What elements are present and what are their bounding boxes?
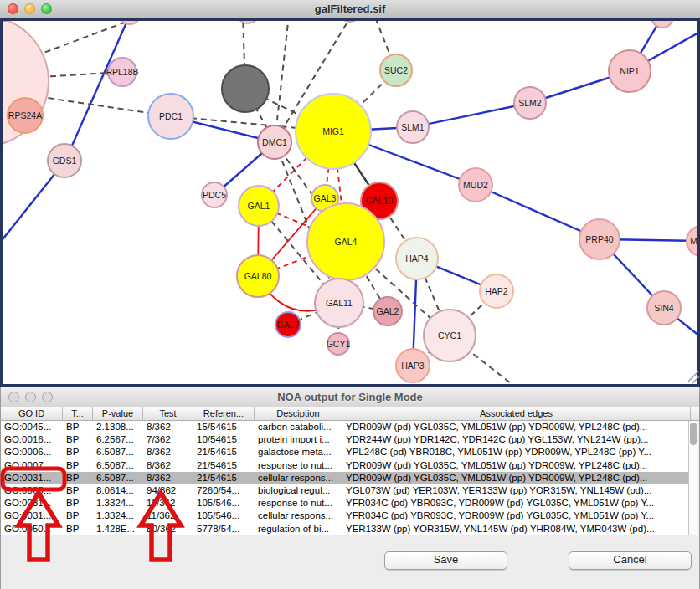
table-cell: 2.1308... <box>93 421 143 433</box>
table-cell: 8/362 <box>143 459 193 472</box>
table-cell: 11/362 <box>143 497 193 510</box>
traffic-lights <box>8 3 52 14</box>
network-window-titlebar[interactable]: galFiltered.sif <box>0 0 700 18</box>
node-label: CYC1 <box>438 330 461 341</box>
noa-table-body: GO:0045...BP2.1308...8/36215/54615carbon… <box>1 421 690 535</box>
table-cell: GO:0045... <box>1 421 63 433</box>
node-label: GAL80 <box>244 271 272 281</box>
save-button[interactable]: Save <box>384 551 507 570</box>
table-cell: GO:0050... <box>1 523 63 535</box>
column-header-p-value[interactable]: P-value <box>93 407 143 420</box>
column-header-desciption[interactable]: Desciption <box>255 407 342 420</box>
table-cell: 7260/54... <box>193 484 255 497</box>
table-cell: BP <box>63 446 93 458</box>
table-cell: BP <box>63 510 93 522</box>
node-unlabeled[interactable] <box>222 65 269 112</box>
table-cell: GO:0065... <box>1 484 63 497</box>
node-label: GAL10 <box>366 196 394 206</box>
table-cell: 7/362 <box>143 433 193 446</box>
table-cell: GO:0006... <box>1 446 63 458</box>
table-cell: GO:0031... <box>1 497 63 510</box>
table-cell: 6.5087... <box>93 472 143 484</box>
node-label: PRP40 <box>585 234 613 244</box>
node-label: PDC1 <box>159 111 183 121</box>
table-cell: YPL248C (pd) YBR018C, YML051W (pp) YDR00… <box>342 446 690 458</box>
node-label: GAL4 <box>335 237 358 247</box>
column-header-test[interactable]: Test <box>143 407 193 420</box>
node-label: MIG1 <box>322 126 344 136</box>
node-label: DMC1 <box>262 137 287 147</box>
table-cell: BP <box>63 472 93 484</box>
column-header-go-id[interactable]: GO ID <box>1 407 63 420</box>
table-row[interactable]: GO:0031...BP1.3324...11/362105/546...res… <box>1 497 690 510</box>
column-header-referen[interactable]: Referen... <box>193 407 255 420</box>
table-cell: YGL073W (pd) YER103W, YER133W (pp) YOR31… <box>342 484 690 497</box>
node-label: HAP2 <box>485 286 508 296</box>
zoom-button-icon[interactable] <box>41 3 52 14</box>
network-window-title: galFiltered.sif <box>0 0 700 18</box>
close-button-icon[interactable] <box>8 392 19 402</box>
zoom-button-icon[interactable] <box>42 392 53 402</box>
node-label: GAL1 <box>248 201 270 211</box>
table-row[interactable]: GO:0031...BP1.3324...11/362105/546...cel… <box>1 510 690 522</box>
table-row[interactable]: GO:0007...BP6.5087...8/36221/54615respon… <box>1 459 690 472</box>
table-cell: YDR009W (pd) YGL035C, YML051W (pp) YDR00… <box>342 472 690 484</box>
table-cell: BP <box>63 421 93 433</box>
table-cell: 15/54615 <box>193 421 255 433</box>
node-label: GAL11 <box>326 298 353 308</box>
column-header-t[interactable]: T... <box>63 407 93 420</box>
table-cell: 1.3324... <box>93 497 143 510</box>
table-cell: 8/362 <box>143 472 193 484</box>
table-cell: cellular respons... <box>255 472 342 484</box>
table-cell: galactose meta... <box>255 446 342 458</box>
close-button-icon[interactable] <box>8 3 18 14</box>
table-cell: GO:0031... <box>1 472 63 484</box>
vertical-scrollbar[interactable] <box>688 421 698 535</box>
table-cell: BP <box>63 484 93 497</box>
node-label: SIN4 <box>654 303 674 313</box>
node-label: HAP3 <box>401 361 425 371</box>
table-cell: GO:0016... <box>1 433 63 446</box>
node-label: GAL2 <box>377 306 399 316</box>
table-row[interactable]: GO:0065...BP8.0614...94/3627260/54...bio… <box>1 484 690 497</box>
table-row[interactable]: GO:0050...BP1.428E...80/3625778/54...reg… <box>1 523 690 535</box>
table-cell: 11/362 <box>143 510 193 522</box>
table-cell: 5778/54... <box>193 523 255 535</box>
table-cell: YDR009W (pd) YGL035C, YML051W (pp) YDR00… <box>342 421 690 433</box>
table-row[interactable]: GO:0016...BP6.2567...7/36210/54615protei… <box>1 433 690 446</box>
table-cell: 21/54615 <box>193 459 255 472</box>
table-cell: GO:0031... <box>1 510 63 522</box>
noa-table-header: GO IDT...P-valueTestReferen...Desciption… <box>1 407 699 421</box>
screen: galFiltered.sif RPL18BRPS24AGDS1PDC1DMC1… <box>0 0 700 589</box>
table-cell: 94/362 <box>143 484 193 497</box>
network-window: galFiltered.sif RPL18BRPS24AGDS1PDC1DMC1… <box>0 0 700 387</box>
table-cell: 6.5087... <box>93 446 143 458</box>
node-label: GAL3 <box>314 193 337 203</box>
table-cell: 8/362 <box>143 421 193 433</box>
table-cell: 1.428E... <box>93 523 143 535</box>
scrollbar-thumb[interactable] <box>690 423 697 445</box>
minimize-button-icon[interactable] <box>25 392 36 402</box>
node-label: NIP1 <box>620 66 640 76</box>
table-row[interactable]: GO:0031...BP6.5087...8/36221/54615cellul… <box>1 472 690 484</box>
table-cell: 10/54615 <box>193 433 255 446</box>
table-cell: 6.2567... <box>93 433 143 446</box>
table-cell: 21/54615 <box>193 472 255 484</box>
node-label: PDC5 <box>203 190 226 200</box>
column-header-associated-edges[interactable]: Associated edges <box>342 407 691 420</box>
table-cell: regulation of bi... <box>255 523 342 535</box>
table-cell: BP <box>63 459 93 472</box>
table-cell: 105/546... <box>193 510 255 522</box>
cancel-button[interactable]: Cancel <box>569 551 692 570</box>
node-label: RPL18B <box>106 67 138 77</box>
table-row[interactable]: GO:0006...BP6.5087...8/36221/54615galact… <box>1 446 690 458</box>
table-cell: BP <box>63 523 93 535</box>
noa-window-titlebar[interactable]: NOA output for Single Mode <box>1 387 699 407</box>
network-canvas[interactable]: RPL18BRPS24AGDS1PDC1DMC1MIG1PDC5SUC2SLM1… <box>0 18 700 387</box>
minimize-button-icon[interactable] <box>24 3 35 14</box>
node-label: MUD2 <box>463 180 488 190</box>
table-row[interactable]: GO:0045...BP2.1308...8/36215/54615carbon… <box>1 421 690 433</box>
node-label: GCY1 <box>327 339 351 349</box>
table-cell: response to nut... <box>255 459 342 472</box>
table-cell: GO:0007... <box>1 459 63 472</box>
